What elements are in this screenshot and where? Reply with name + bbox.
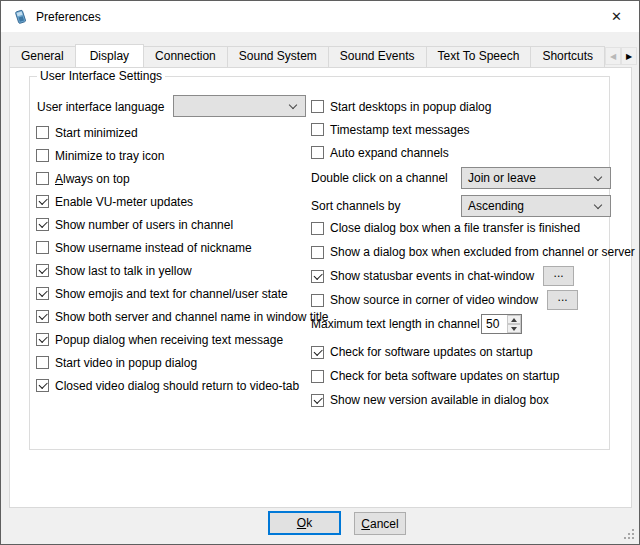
checkbox-row[interactable]: Start minimized [36, 121, 329, 144]
group-box-title: User Interface Settings [37, 69, 165, 83]
close-icon[interactable]: ✕ [594, 1, 639, 32]
app-icon [12, 9, 28, 25]
checkbox-label: Show new version available in dialog box [330, 393, 549, 407]
checkbox[interactable] [36, 241, 49, 254]
checkbox[interactable] [311, 246, 324, 259]
spinner-arrows [507, 315, 521, 333]
double-click-label: Double click on a channel [311, 167, 448, 189]
checkbox[interactable] [36, 287, 49, 300]
checkbox-label: Always on top [55, 172, 130, 186]
preferences-window: Preferences ✕ General Display Connection… [0, 0, 640, 545]
cancel-button[interactable]: Cancel [354, 512, 406, 535]
right-button-checkbox-list: Show statusbar events in chat-window ...… [311, 264, 578, 312]
checkbox[interactable] [311, 394, 324, 407]
checkbox-row[interactable]: Enable VU-meter updates [36, 190, 329, 213]
double-click-select-value: Join or leave [468, 171, 536, 185]
checkbox-label: Enable VU-meter updates [55, 195, 193, 209]
checkbox[interactable] [311, 100, 324, 113]
checkbox-row[interactable]: Closed video dialog should return to vid… [36, 374, 329, 397]
tab-scroll-buttons: ◀ ▶ [605, 47, 637, 65]
checkbox-row[interactable]: Show emojis and text for channel/user st… [36, 282, 329, 305]
right-mid-checkbox-list: Close dialog box when a file transfer is… [311, 216, 635, 264]
checkbox[interactable] [36, 218, 49, 231]
max-text-label: Maximum text length in channel list [311, 314, 498, 334]
checkbox-row[interactable]: Check for software updates on startup [311, 340, 559, 364]
checkbox[interactable] [311, 123, 324, 136]
checkbox-row[interactable]: Start desktops in popup dialog [311, 95, 491, 118]
checkbox-row[interactable]: Show source in corner of video window ..… [311, 288, 578, 312]
checkbox[interactable] [36, 356, 49, 369]
right-bottom-checkbox-list: Check for software updates on startup Ch… [311, 340, 559, 412]
tab[interactable]: Sound System [227, 46, 329, 67]
checkbox[interactable] [36, 379, 49, 392]
checkbox-row[interactable]: Show new version available in dialog box [311, 388, 559, 412]
checkbox[interactable] [36, 195, 49, 208]
tab-label: Connection [155, 49, 216, 63]
language-select[interactable] [173, 95, 306, 117]
tab[interactable]: Sound Events [328, 46, 427, 67]
checkbox[interactable] [311, 370, 324, 383]
checkbox[interactable] [36, 126, 49, 139]
checkbox-row[interactable]: Show statusbar events in chat-window ... [311, 264, 578, 288]
chevron-down-icon [594, 173, 602, 181]
checkbox-label: Show both server and channel name in win… [55, 310, 329, 324]
tab-label: Text To Speech [438, 49, 520, 63]
checkbox[interactable] [311, 222, 324, 235]
checkbox-row[interactable]: Start video in popup dialog [36, 351, 329, 374]
checkbox-row[interactable]: Show last to talk in yellow [36, 259, 329, 282]
checkbox-label: Check for beta software updates on start… [330, 369, 559, 383]
ellipsis-button[interactable]: ... [543, 266, 574, 286]
ok-button[interactable]: Ok [268, 511, 341, 535]
spinner-up-button[interactable] [507, 315, 521, 324]
checkbox-row[interactable]: Always on top [36, 167, 329, 190]
checkbox-row[interactable]: Close dialog box when a file transfer is… [311, 216, 635, 240]
tab-scroll-left-icon[interactable]: ◀ [605, 47, 621, 65]
checkbox-label: Show last to talk in yellow [55, 264, 192, 278]
checkbox[interactable] [311, 270, 324, 283]
checkbox-row[interactable]: Minimize to tray icon [36, 144, 329, 167]
double-click-select[interactable]: Join or leave [461, 167, 611, 189]
checkbox-row[interactable]: Show a dialog box when excluded from cha… [311, 240, 635, 264]
arrow-up-icon [511, 318, 517, 322]
arrow-down-icon [511, 327, 517, 331]
checkbox-row[interactable]: Show number of users in channel [36, 213, 329, 236]
checkbox-row[interactable]: Show username instead of nickname [36, 236, 329, 259]
tab-label: Sound Events [340, 49, 415, 63]
checkbox-row[interactable]: Show both server and channel name in win… [36, 305, 329, 328]
display-tab-page: User Interface Settings User interface l… [9, 67, 632, 508]
checkbox[interactable] [311, 346, 324, 359]
tab-scroll-right-icon[interactable]: ▶ [621, 47, 637, 65]
tab[interactable]: General [9, 46, 76, 67]
checkbox[interactable] [36, 149, 49, 162]
checkbox[interactable] [36, 264, 49, 277]
checkbox-row[interactable]: Popup dialog when receiving text message [36, 328, 329, 351]
tab[interactable]: Shortcuts [530, 46, 605, 67]
sort-channels-select[interactable]: Ascending [461, 195, 611, 217]
tab[interactable]: Display [75, 44, 144, 67]
checkbox-row[interactable]: Timestamp text messages [311, 118, 491, 141]
checkbox-label: Start minimized [55, 126, 138, 140]
checkbox-label: Check for software updates on startup [330, 345, 533, 359]
checkbox-row[interactable]: Check for beta software updates on start… [311, 364, 559, 388]
titlebar: Preferences ✕ [1, 1, 639, 32]
checkbox-label: Start desktops in popup dialog [330, 100, 491, 114]
sort-channels-select-value: Ascending [468, 199, 524, 213]
checkbox-label: Closed video dialog should return to vid… [55, 379, 299, 393]
spinner-down-button[interactable] [507, 324, 521, 333]
checkbox-row[interactable]: Auto expand channels [311, 141, 491, 164]
resize-grip[interactable] [624, 529, 635, 540]
tab-label: Shortcuts [542, 49, 593, 63]
tab[interactable]: Text To Speech [426, 46, 532, 67]
checkbox[interactable] [36, 333, 49, 346]
tab[interactable]: Connection [143, 46, 228, 67]
ellipsis-button[interactable]: ... [547, 290, 578, 310]
checkbox[interactable] [311, 146, 324, 159]
checkbox-label: Minimize to tray icon [55, 149, 164, 163]
tab-strip: General Display Connection Sound System … [9, 43, 637, 67]
max-text-spinner[interactable]: 50 [481, 314, 522, 334]
checkbox[interactable] [311, 294, 324, 307]
chevron-down-icon [594, 201, 602, 209]
checkbox[interactable] [36, 172, 49, 185]
checkbox[interactable] [36, 310, 49, 323]
checkbox-label: Auto expand channels [330, 146, 449, 160]
